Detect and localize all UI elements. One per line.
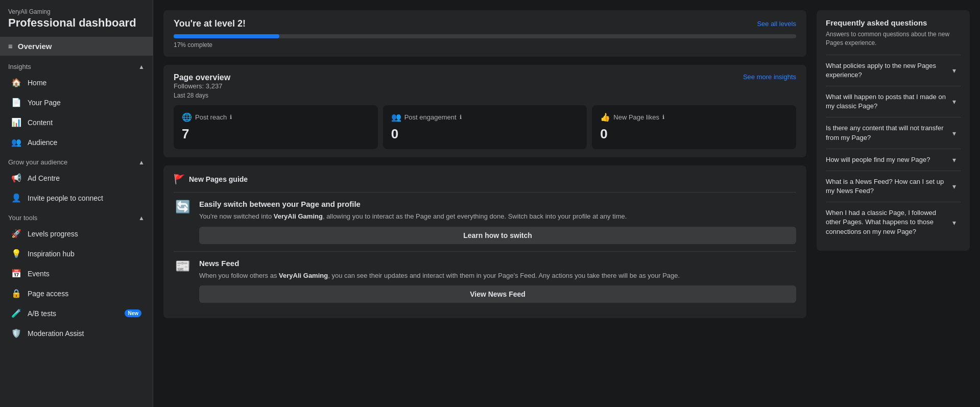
stat-label-row-post-engagement: 👥 Post engagement ℹ: [391, 112, 579, 122]
faq-chevron-5: ▾: [952, 182, 961, 190]
faq-question-6: When I had a classic Page, I followed ot…: [826, 208, 952, 236]
sidebar-item-overview[interactable]: ≡ Overview: [0, 37, 153, 56]
grow-chevron[interactable]: ▲: [138, 159, 145, 166]
progress-bar-bg: [174, 34, 796, 38]
sidebar-item-moderation-assist-label: Moderation Assist: [28, 329, 84, 338]
audience-icon: 👥: [11, 137, 21, 147]
sidebar-item-events[interactable]: 📅 Events: [3, 264, 150, 283]
stat-card-post-engagement: 👥 Post engagement ℹ 0: [383, 105, 587, 149]
sidebar-item-levels-progress-label: Levels progress: [28, 230, 78, 238]
sidebar-item-ab-tests-label: A/B tests: [28, 309, 56, 318]
progress-bar-fill: [174, 34, 279, 38]
center-column: You're at level 2! See all levels 17% co…: [153, 0, 817, 407]
faq-item-6[interactable]: When I had a classic Page, I followed ot…: [826, 202, 961, 243]
ab-tests-icon: 🧪: [11, 308, 21, 318]
see-all-levels-link[interactable]: See all levels: [757, 20, 796, 28]
switch-page-name: VeryAli Gaming: [274, 212, 323, 220]
guide-section-switch: 🔄 Easily switch between your Page and pr…: [174, 192, 796, 251]
overview-label: Overview: [18, 42, 52, 51]
sidebar-item-inspiration-hub[interactable]: 💡 Inspiration hub: [3, 244, 150, 263]
new-pages-guide-card: 🚩 New Pages guide 🔄 Easily switch betwee…: [163, 165, 806, 318]
faq-item-2[interactable]: What will happen to posts that I made on…: [826, 86, 961, 117]
right-column: Frequently asked questions Answers to co…: [817, 0, 980, 407]
stat-card-post-reach: 🌐 Post reach ℹ 7: [174, 105, 378, 149]
faq-item-5[interactable]: What is a News Feed? How can I set up my…: [826, 171, 961, 202]
new-page-likes-label: New Page likes: [613, 113, 659, 121]
page-overview-title-group: Page overview Followers: 3,237: [174, 73, 230, 90]
see-more-insights-link[interactable]: See more insights: [743, 73, 796, 81]
sidebar-item-page-access[interactable]: 🔒 Page access: [3, 284, 150, 303]
sidebar-item-invite-people-label: Invite people to connect: [28, 194, 103, 202]
level-card: You're at level 2! See all levels 17% co…: [163, 10, 806, 57]
faq-card: Frequently asked questions Answers to co…: [817, 10, 970, 251]
view-news-feed-button[interactable]: View News Feed: [199, 285, 796, 303]
sidebar-item-ab-tests[interactable]: 🧪 A/B tests New: [3, 304, 150, 323]
faq-question-5: What is a News Feed? How can I set up my…: [826, 177, 952, 196]
page-overview-title: Page overview: [174, 73, 230, 82]
post-engagement-label: Post engagement: [404, 113, 457, 121]
post-reach-info-icon[interactable]: ℹ: [230, 114, 232, 121]
content-wrapper: You're at level 2! See all levels 17% co…: [153, 0, 980, 407]
tools-chevron[interactable]: ▲: [138, 214, 145, 222]
dashboard-title: Professional dashboard: [8, 16, 145, 30]
faq-title: Frequently asked questions: [826, 18, 961, 27]
news-feed-title: News Feed: [199, 259, 796, 268]
levels-progress-icon: 🚀: [11, 229, 21, 238]
page-name: VeryAli Gaming: [8, 8, 145, 15]
faq-question-2: What will happen to posts that I made on…: [826, 92, 952, 111]
sidebar-item-invite-people[interactable]: 👤 Invite people to connect: [3, 188, 150, 207]
post-engagement-icon: 👥: [391, 112, 401, 122]
sidebar-item-ad-centre[interactable]: 📢 Ad Centre: [3, 169, 150, 187]
overview-icon: ≡: [8, 42, 13, 51]
section-insights-label: Insights: [8, 63, 31, 70]
invite-people-icon: 👤: [11, 193, 21, 203]
news-feed-page-name: VeryAli Gaming: [279, 272, 328, 279]
sidebar-item-ad-centre-label: Ad Centre: [28, 174, 60, 182]
post-reach-icon: 🌐: [182, 112, 192, 122]
sidebar-item-page-access-label: Page access: [28, 290, 68, 298]
faq-chevron-6: ▾: [952, 219, 961, 227]
sidebar-item-inspiration-hub-label: Inspiration hub: [28, 250, 75, 258]
sidebar-item-home-label: Home: [28, 79, 46, 87]
page-overview-period: Last 28 days: [174, 92, 796, 99]
sidebar-item-home[interactable]: 🏠 Home: [3, 73, 150, 92]
sidebar-item-moderation-assist[interactable]: 🛡️ Moderation Assist: [3, 324, 150, 343]
faq-chevron-3: ▾: [952, 129, 961, 137]
inspiration-hub-icon: 💡: [11, 249, 21, 258]
section-insights: Insights ▲: [0, 57, 153, 73]
switch-desc: You're now switched into VeryAli Gaming,…: [199, 211, 796, 222]
insights-chevron[interactable]: ▲: [138, 63, 145, 70]
sidebar-item-audience[interactable]: 👥 Audience: [3, 133, 150, 152]
main-content: You're at level 2! See all levels 17% co…: [153, 0, 980, 407]
faq-chevron-1: ▾: [952, 66, 961, 75]
guide-section-news-feed: 📰 News Feed When you follow others as Ve…: [174, 251, 796, 310]
content-icon: 📊: [11, 117, 21, 127]
ab-tests-badge: New: [125, 309, 141, 317]
page-overview-card: Page overview Followers: 3,237 See more …: [163, 65, 806, 157]
new-page-likes-icon: 👍: [600, 112, 610, 122]
sidebar-item-your-page[interactable]: 📄 Your Page: [3, 93, 150, 112]
learn-how-to-switch-button[interactable]: Learn how to switch: [199, 227, 796, 244]
faq-item-1[interactable]: What policies apply to the new Pages exp…: [826, 55, 961, 86]
section-grow: Grow your audience ▲: [0, 152, 153, 168]
guide-title: New Pages guide: [189, 175, 248, 183]
sidebar-item-content[interactable]: 📊 Content: [3, 113, 150, 132]
faq-item-3[interactable]: Is there any content that will not trans…: [826, 117, 961, 148]
faq-question-3: Is there any content that will not trans…: [826, 124, 952, 142]
sidebar-header: VeryAli Gaming Professional dashboard: [0, 0, 153, 36]
sidebar-item-audience-label: Audience: [28, 138, 57, 147]
post-reach-value: 7: [182, 126, 370, 142]
news-feed-desc: When you follow others as VeryAli Gaming…: [199, 271, 796, 281]
new-page-likes-info-icon[interactable]: ℹ: [662, 114, 664, 121]
home-icon: 🏠: [11, 78, 21, 87]
sidebar-item-levels-progress[interactable]: 🚀 Levels progress: [3, 224, 150, 243]
events-icon: 📅: [11, 269, 21, 278]
moderation-assist-icon: 🛡️: [11, 328, 21, 338]
section-tools: Your tools ▲: [0, 208, 153, 224]
section-grow-label: Grow your audience: [8, 158, 67, 166]
stats-grid: 🌐 Post reach ℹ 7 👥 Post engagement ℹ: [174, 105, 796, 149]
post-engagement-info-icon[interactable]: ℹ: [460, 114, 462, 121]
section-tools-label: Your tools: [8, 214, 37, 222]
faq-item-4[interactable]: How will people find my new Page? ▾: [826, 149, 961, 171]
page-overview-followers: Followers: 3,237: [174, 82, 230, 90]
